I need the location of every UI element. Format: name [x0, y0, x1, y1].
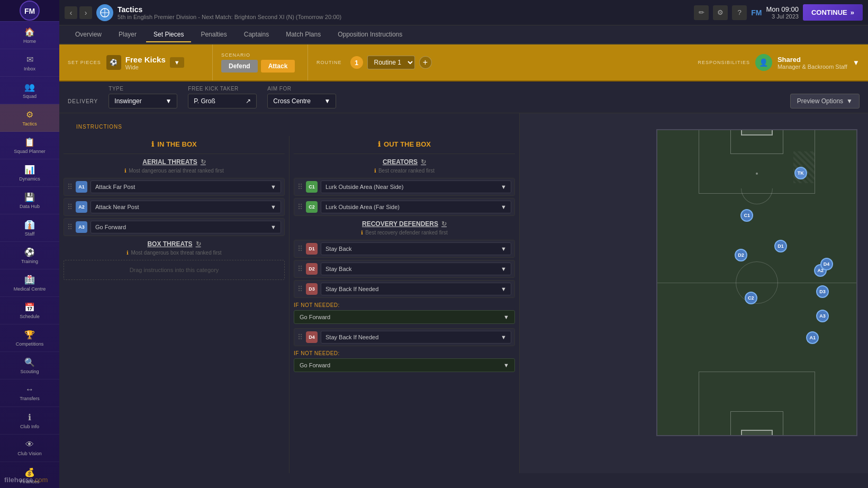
datetime: Mon 09:00 3 Jul 2023: [766, 5, 798, 20]
data-hub-icon: 💾: [24, 192, 35, 202]
type-select[interactable]: Inswinger ▼: [108, 94, 177, 109]
in-the-box-title: ℹ IN THE BOX: [64, 140, 285, 148]
attack-button[interactable]: Attack: [261, 60, 295, 73]
field-player-d1: D1: [774, 240, 787, 252]
sidebar-item-staff[interactable]: 👔Staff: [0, 214, 59, 242]
main-area: INSTRUCTIONS ℹ IN THE BOX AERIAL THREATS…: [59, 113, 868, 473]
player-badge-d2: D2: [306, 263, 318, 275]
drag-handle-a2[interactable]: ⠿: [67, 203, 73, 211]
sidebar-item-transfers[interactable]: ↔Transfers: [0, 379, 59, 407]
routine-label: ROUTINE: [317, 60, 342, 65]
drag-handle-a1[interactable]: ⠿: [67, 183, 73, 191]
field-player-d4: D4: [820, 258, 833, 270]
sidebar-item-squad-planner[interactable]: 📋Squad Planner: [0, 132, 59, 159]
sidebar-item-club-info[interactable]: ℹClub Info: [0, 407, 59, 435]
drag-handle-c2[interactable]: ⠿: [297, 203, 303, 211]
routine-section: ROUTINE 1 Routine 1 +: [308, 44, 689, 80]
sidebar-item-schedule[interactable]: 📅Schedule: [0, 297, 59, 324]
subnav-item-set-pieces[interactable]: Set Pieces: [146, 28, 191, 42]
subnav-item-penalties[interactable]: Penalties: [193, 28, 234, 42]
player-badge-a2: A2: [76, 201, 87, 213]
field-player-d3: D3: [816, 285, 829, 298]
sidebar-item-club-vision[interactable]: 👁Club Vision: [0, 435, 59, 462]
help2-button[interactable]: ⚙: [713, 5, 728, 20]
sidebar-item-squad[interactable]: 👥Squad: [0, 77, 59, 104]
subnav-item-captains[interactable]: Captains: [237, 28, 276, 42]
scenario-section: SCENARIO Defend Attack: [213, 44, 308, 80]
edit-button[interactable]: ✏: [694, 5, 709, 20]
sidebar-item-training[interactable]: ⚽Training: [0, 242, 59, 269]
sidebar-item-finances[interactable]: 💰Finances: [0, 462, 59, 488]
box-threats-refresh[interactable]: ↻: [196, 240, 201, 248]
instruction-row-a3: ⠿ A3 Go Forward ▼: [64, 218, 285, 236]
nav-buttons: ‹ ›: [65, 6, 92, 19]
instruction-select-c1[interactable]: Lurk Outside Area (Near Side) ▼: [321, 180, 511, 193]
sidebar-item-tactics[interactable]: ⚙Tactics: [0, 104, 59, 132]
subnav-item-match-plans[interactable]: Match Plans: [278, 28, 328, 42]
instruction-row-c2: ⠿ C2 Lurk Outside Area (Far Side) ▼: [294, 198, 515, 216]
instruction-select-d1[interactable]: Stay Back ▼: [321, 242, 511, 255]
defend-button[interactable]: Defend: [221, 60, 258, 73]
aim-select[interactable]: Cross Centre ▼: [267, 94, 336, 109]
responsibilities-text: Shared Manager & Backroom Staff: [777, 56, 847, 70]
set-pieces-dropdown[interactable]: ▼: [170, 57, 184, 68]
continue-button[interactable]: CONTINUE »: [803, 4, 863, 21]
player-badge-d3: D3: [306, 283, 318, 295]
subnav-item-player[interactable]: Player: [111, 28, 144, 42]
sidebar-item-inbox[interactable]: ✉Inbox: [0, 49, 59, 77]
sidebar-item-medical[interactable]: 🏥Medical Centre: [0, 269, 59, 297]
sidebar-item-competitions[interactable]: 🏆Competitions: [0, 324, 59, 352]
drag-handle-a3[interactable]: ⠿: [67, 223, 73, 231]
instruction-select-d3[interactable]: Stay Back If Needed ▼: [321, 283, 511, 295]
subnav-item-overview[interactable]: Overview: [68, 28, 109, 42]
instruction-select-d4[interactable]: Stay Back If Needed ▼: [321, 331, 511, 344]
type-label: TYPE: [108, 86, 177, 92]
scenario-label: SCENARIO: [221, 52, 299, 58]
type-group: TYPE Inswinger ▼: [108, 86, 177, 109]
sidebar-item-scouting[interactable]: 🔍Scouting: [0, 352, 59, 379]
drag-handle-c1[interactable]: ⠿: [297, 183, 303, 191]
routine-add-button[interactable]: +: [419, 56, 432, 69]
if-not-select-d3[interactable]: Go Forward ▼: [294, 310, 515, 324]
instructions-panel: INSTRUCTIONS ℹ IN THE BOX AERIAL THREATS…: [59, 113, 520, 473]
drag-handle-d4[interactable]: ⠿: [297, 333, 303, 341]
drag-handle-d3[interactable]: ⠿: [297, 285, 303, 293]
if-not-select-d4[interactable]: Go Forward ▼: [294, 358, 515, 372]
aerial-threats-refresh[interactable]: ↻: [201, 158, 206, 166]
help-button[interactable]: ?: [732, 5, 747, 20]
recovery-refresh[interactable]: ↻: [441, 220, 447, 228]
sidebar-item-home[interactable]: 🏠Home: [0, 22, 59, 49]
drag-handle-d1[interactable]: ⠿: [297, 245, 303, 253]
sidebar-item-data-hub[interactable]: 💾Data Hub: [0, 187, 59, 214]
box-threats-drop: Drag instructions into this category: [64, 260, 285, 280]
scouting-icon: 🔍: [24, 357, 35, 367]
instruction-select-a1[interactable]: Attack Far Post ▼: [91, 180, 281, 193]
topbar-title: Tactics 5th in English Premier Division …: [117, 5, 690, 20]
drag-handle-d2[interactable]: ⠿: [297, 265, 303, 273]
creators-refresh[interactable]: ↻: [421, 158, 426, 166]
if-not-label-d4: IF NOT NEEDED:: [294, 350, 515, 356]
routine-select[interactable]: Routine 1: [367, 56, 415, 69]
preview-options-button[interactable]: Preview Options ▼: [790, 94, 860, 109]
player-badge-c2: C2: [306, 201, 318, 213]
box-threats-hint: ℹ Most dangerous box threat ranked first: [64, 250, 285, 256]
field-player-a1: A1: [806, 331, 819, 344]
sidebar-item-dynamics[interactable]: 📊Dynamics: [0, 159, 59, 187]
instruction-select-d2[interactable]: Stay Back ▼: [321, 263, 511, 275]
player-badge-a1: A1: [76, 181, 87, 193]
instruction-select-a2[interactable]: Attack Near Post ▼: [91, 201, 281, 213]
responsibilities-dropdown[interactable]: ▼: [853, 59, 860, 67]
instruction-select-c2[interactable]: Lurk Outside Area (Far Side) ▼: [321, 201, 511, 213]
subnav-item-opposition[interactable]: Opposition Instructions: [330, 28, 410, 42]
responsibilities-role: Manager & Backroom Staff: [777, 64, 847, 70]
inbox-icon: ✉: [26, 55, 33, 65]
instruction-row-d2: ⠿ D2 Stay Back ▼: [294, 260, 515, 278]
nav-forward-button[interactable]: ›: [79, 6, 92, 19]
medical-icon: 🏥: [24, 275, 35, 285]
instruction-select-a3[interactable]: Go Forward ▼: [91, 221, 281, 233]
staff-icon: 👔: [24, 220, 35, 230]
taker-select[interactable]: P. Groß ↗: [188, 94, 257, 109]
subnav: OverviewPlayerSet PiecesPenaltiesCaptain…: [59, 25, 868, 44]
nav-back-button[interactable]: ‹: [65, 6, 77, 19]
instructions-columns: ℹ IN THE BOX AERIAL THREATS ↻ ℹ Most dan…: [59, 136, 519, 473]
